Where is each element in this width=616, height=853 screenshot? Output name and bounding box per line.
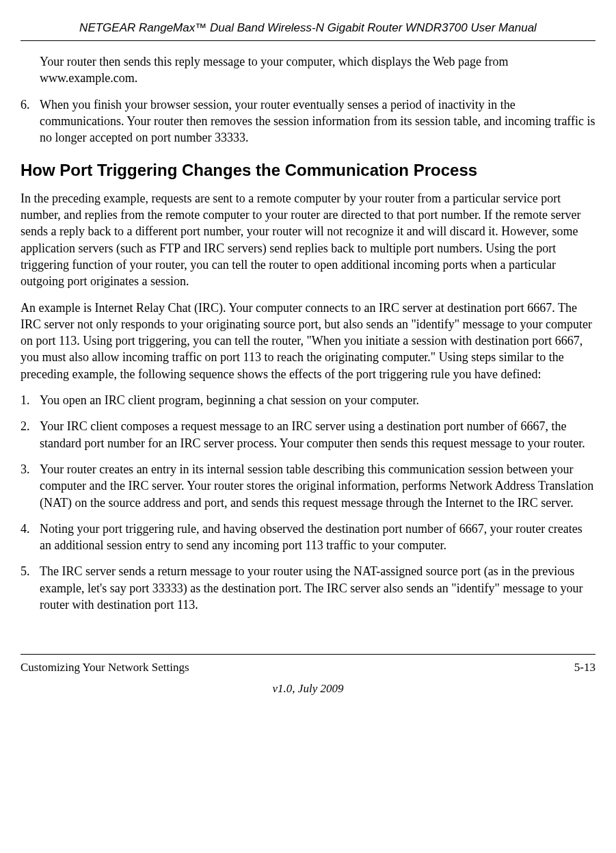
footer-rule	[21, 654, 595, 655]
list-number: 3.	[21, 461, 40, 477]
page-footer: Customizing Your Network Settings 5-13 v…	[21, 654, 595, 697]
page-header: NETGEAR RangeMax™ Dual Band Wireless-N G…	[21, 21, 595, 36]
steps-list: 1. You open an IRC client program, begin…	[21, 392, 595, 613]
list-number: 2.	[21, 418, 40, 434]
section-heading: How Port Triggering Changes the Communic…	[21, 159, 595, 181]
list-item: 3. Your router creates an entry in its i…	[21, 461, 595, 511]
footer-version: v1.0, July 2009	[21, 681, 595, 697]
intro-paragraph: Your router then sends this reply messag…	[40, 53, 595, 87]
footer-right: 5-13	[574, 660, 595, 676]
list-text: Your IRC client composes a request messa…	[40, 418, 595, 451]
header-title: NETGEAR RangeMax™ Dual Band Wireless-N G…	[79, 21, 537, 34]
footer-row: Customizing Your Network Settings 5-13	[21, 660, 595, 676]
top-list: 6. When you finish your browser session,…	[21, 96, 595, 146]
header-rule	[21, 40, 595, 41]
list-text: The IRC server sends a return message to…	[40, 563, 595, 613]
list-number: 5.	[21, 563, 40, 579]
list-number: 6.	[21, 96, 40, 113]
paragraph-2: An example is Internet Relay Chat (IRC).…	[21, 300, 595, 382]
list-text: You open an IRC client program, beginnin…	[40, 392, 595, 408]
list-item: 6. When you finish your browser session,…	[21, 96, 595, 146]
list-item: 4. Noting your port triggering rule, and…	[21, 521, 595, 554]
list-item: 2. Your IRC client composes a request me…	[21, 418, 595, 451]
list-text: Your router creates an entry in its inte…	[40, 461, 595, 511]
list-text: When you finish your browser session, yo…	[40, 96, 595, 146]
paragraph-1: In the preceding example, requests are s…	[21, 190, 595, 290]
list-item: 1. You open an IRC client program, begin…	[21, 392, 595, 408]
list-text: Noting your port triggering rule, and ha…	[40, 521, 595, 554]
list-number: 4.	[21, 521, 40, 537]
list-number: 1.	[21, 392, 40, 408]
footer-left: Customizing Your Network Settings	[21, 660, 189, 676]
list-item: 5. The IRC server sends a return message…	[21, 563, 595, 613]
